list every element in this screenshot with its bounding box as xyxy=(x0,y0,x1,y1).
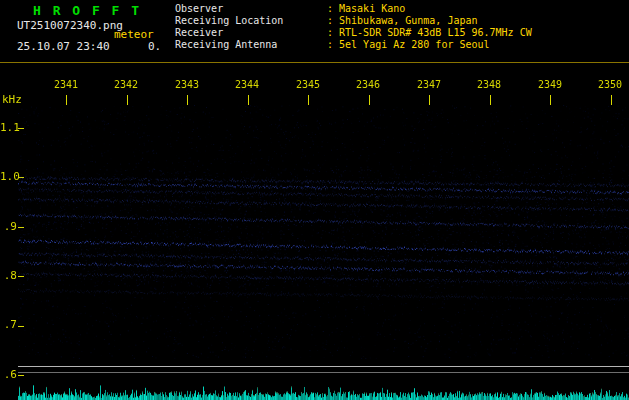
x-tick-label-2350: 2350 xyxy=(596,79,624,90)
location-label: Receiving Location xyxy=(175,15,327,27)
y-axis-unit: kHz xyxy=(2,93,22,106)
echo-count: 0. xyxy=(148,40,161,53)
y-tick-label-1p1: 1.1 xyxy=(0,122,17,134)
x-tick-label-2341: 2341 xyxy=(52,79,80,90)
hrofft-window: H R O F F T UT2510072340.png meteor 25.1… xyxy=(0,0,629,400)
antenna-label: Receiving Antenna xyxy=(175,39,327,51)
meta-row-observer: Observer: Masaki Kano xyxy=(175,3,532,15)
station-info: Observer: Masaki Kano Receiving Location… xyxy=(175,3,532,51)
datetime-label: 25.10.07 23:40 xyxy=(17,40,110,53)
y-tick-label-0p9: .9 xyxy=(0,221,17,233)
x-tick-label-2345: 2345 xyxy=(294,79,322,90)
x-tick-label-2347: 2347 xyxy=(415,79,443,90)
meta-row-location: Receiving Location: Shibukawa, Gunma, Ja… xyxy=(175,15,532,27)
header-separator xyxy=(0,62,629,63)
spectrogram-canvas xyxy=(0,62,629,400)
y-tick-label-0p7: .7 xyxy=(0,319,17,331)
x-tick-label-2343: 2343 xyxy=(173,79,201,90)
location-value: : Shibukawa, Gunma, Japan xyxy=(327,15,478,26)
meta-row-antenna: Receiving Antenna: 5el Yagi Az 280 for S… xyxy=(175,39,532,51)
app-title: H R O F F T xyxy=(33,3,141,18)
meta-row-receiver: Receiver: RTL-SDR SDR# 43dB L15 96.7MHz … xyxy=(175,27,532,39)
antenna-value: : 5el Yagi Az 280 for Seoul xyxy=(327,39,490,50)
x-tick-label-2348: 2348 xyxy=(475,79,503,90)
x-tick-label-2346: 2346 xyxy=(354,79,382,90)
observer-label: Observer xyxy=(175,3,327,15)
output-filename: UT2510072340.png xyxy=(17,19,123,32)
receiver-value: : RTL-SDR SDR# 43dB L15 96.7MHz CW xyxy=(327,27,532,38)
x-tick-label-2349: 2349 xyxy=(536,79,564,90)
observer-value: : Masaki Kano xyxy=(327,3,405,14)
y-tick-label-0p6: .6 xyxy=(0,369,17,381)
receiver-label: Receiver xyxy=(175,27,327,39)
y-tick-label-1p0: 1.0 xyxy=(0,171,17,183)
y-tick-label-0p8: .8 xyxy=(0,270,17,282)
x-tick-label-2342: 2342 xyxy=(112,79,140,90)
x-tick-label-2344: 2344 xyxy=(233,79,261,90)
